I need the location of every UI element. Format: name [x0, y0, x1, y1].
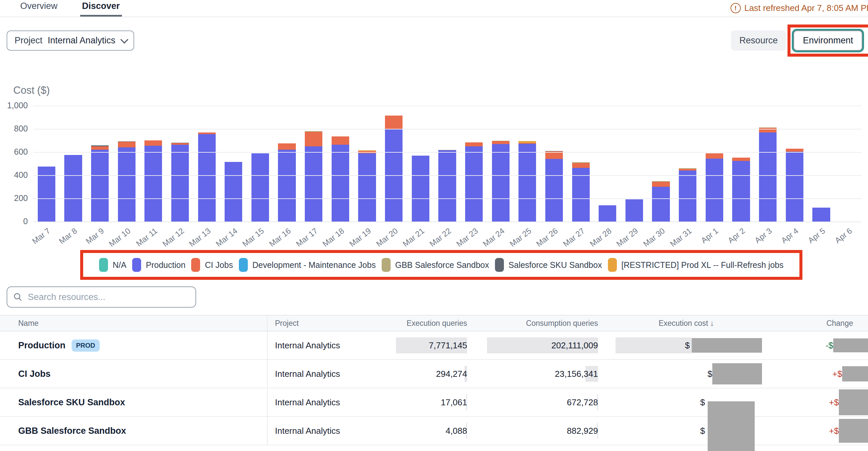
- bar-column-mar-11[interactable]: [140, 106, 167, 222]
- bar-column-mar-22[interactable]: [434, 106, 461, 222]
- legend-item[interactable]: Production: [132, 258, 186, 272]
- bar-segment[interactable]: [118, 147, 135, 222]
- bar-segment[interactable]: [732, 161, 750, 223]
- bar-segment[interactable]: [91, 150, 108, 222]
- bar-column-apr-2[interactable]: [728, 106, 755, 222]
- bar-segment[interactable]: [332, 136, 349, 145]
- column-header-change[interactable]: Change: [772, 319, 868, 328]
- bar-column-mar-14[interactable]: [220, 106, 247, 222]
- tab-discover[interactable]: Discover: [80, 0, 122, 17]
- bar-segment[interactable]: [625, 199, 643, 222]
- bar-segment[interactable]: [358, 153, 376, 222]
- legend-item[interactable]: Development - Maintenance Jobs: [239, 258, 376, 272]
- legend-item[interactable]: [RESTRICTED] Prod XL -- Full-Refresh job…: [608, 258, 783, 272]
- bar-segment[interactable]: [171, 145, 189, 223]
- bar-column-mar-23[interactable]: [461, 106, 487, 222]
- bar-segment[interactable]: [305, 147, 322, 222]
- y-tick-label: 0: [7, 217, 28, 226]
- bar-column-mar-31[interactable]: [674, 106, 701, 222]
- bar-column-apr-5[interactable]: [808, 106, 835, 222]
- tab-overview[interactable]: Overview: [18, 0, 60, 17]
- bar-column-mar-19[interactable]: [354, 106, 381, 222]
- bar-segment[interactable]: [118, 142, 135, 147]
- bar-segment[interactable]: [492, 141, 509, 144]
- column-header-consumption-queries[interactable]: Consumption queries: [470, 319, 601, 328]
- bar-column-mar-7[interactable]: [33, 106, 60, 222]
- column-header-project[interactable]: Project: [268, 319, 351, 328]
- bar-column-mar-9[interactable]: [87, 106, 113, 222]
- bar-column-mar-8[interactable]: [60, 106, 87, 222]
- bar-column-apr-6[interactable]: [835, 106, 861, 222]
- bar-segment[interactable]: [145, 146, 162, 222]
- bar-segment[interactable]: [599, 205, 616, 222]
- bar-segment[interactable]: [225, 162, 242, 222]
- bar-segment[interactable]: [465, 147, 483, 222]
- bar-segment[interactable]: [278, 150, 296, 222]
- bar-column-mar-28[interactable]: [594, 106, 621, 222]
- group-by-environment-button[interactable]: Environment: [794, 30, 862, 51]
- bar-segment[interactable]: [706, 153, 723, 159]
- table-row[interactable]: ProductionPRODInternal Analytics7,771,14…: [0, 331, 868, 360]
- bar-segment[interactable]: [465, 142, 483, 147]
- bar-column-mar-24[interactable]: [487, 106, 514, 222]
- bar-segment[interactable]: [706, 159, 723, 223]
- bar-segment[interactable]: [332, 145, 349, 223]
- bar-column-apr-1[interactable]: [701, 106, 728, 222]
- bar-segment[interactable]: [251, 153, 269, 222]
- project-filter-dropdown[interactable]: Project Internal Analytics: [7, 30, 134, 51]
- bar-segment[interactable]: [385, 116, 403, 129]
- bar-segment[interactable]: [572, 163, 590, 168]
- bar-segment[interactable]: [732, 158, 750, 161]
- bar-column-mar-10[interactable]: [113, 106, 140, 222]
- column-header-execution-cost[interactable]: Execution cost↓: [601, 319, 772, 328]
- bar-column-mar-16[interactable]: [274, 106, 301, 222]
- bar-column-mar-15[interactable]: [247, 106, 274, 222]
- bar-segment[interactable]: [492, 144, 509, 222]
- bar-segment[interactable]: [786, 152, 803, 223]
- bar-column-mar-29[interactable]: [621, 106, 648, 222]
- bar-column-mar-26[interactable]: [541, 106, 567, 222]
- bar-column-mar-25[interactable]: [514, 106, 541, 222]
- x-label-slot: Apr 4: [781, 222, 808, 254]
- column-header-name[interactable]: Name: [0, 316, 268, 331]
- redacted-cost-value: [692, 338, 762, 353]
- bar-segment[interactable]: [759, 132, 777, 222]
- bar-segment[interactable]: [385, 129, 403, 222]
- bar-column-apr-3[interactable]: [754, 106, 781, 222]
- bar-segment[interactable]: [198, 134, 216, 222]
- bar-column-mar-17[interactable]: [300, 106, 327, 222]
- table-row[interactable]: Salesforce SKU SandboxInternal Analytics…: [0, 388, 868, 417]
- table-row[interactable]: CI JobsInternal Analytics294,27423,156,3…: [0, 360, 868, 388]
- bar-segment[interactable]: [305, 132, 322, 147]
- bar-segment[interactable]: [652, 187, 670, 222]
- legend-item[interactable]: N/A: [99, 258, 127, 272]
- bar-segment[interactable]: [438, 150, 456, 222]
- bar-segment[interactable]: [572, 168, 590, 223]
- bar-segment[interactable]: [812, 207, 830, 222]
- column-header-execution-queries[interactable]: Execution queries: [351, 319, 470, 328]
- bar-segment[interactable]: [64, 155, 82, 222]
- bar-column-mar-13[interactable]: [193, 106, 220, 222]
- bar-column-mar-12[interactable]: [167, 106, 193, 222]
- legend-item[interactable]: GBB Salesforce Sandbox: [382, 258, 489, 272]
- bar-column-mar-20[interactable]: [380, 106, 407, 222]
- bar-segment[interactable]: [278, 143, 296, 150]
- bar-stack: [305, 131, 322, 222]
- bar-segment[interactable]: [145, 140, 162, 146]
- search-input[interactable]: [27, 292, 189, 303]
- bar-segment[interactable]: [519, 144, 536, 222]
- legend-item[interactable]: Salesforce SKU Sandbox: [495, 258, 602, 272]
- bar-column-mar-18[interactable]: [327, 106, 354, 222]
- bar-segment[interactable]: [545, 159, 563, 222]
- bar-column-mar-30[interactable]: [648, 106, 675, 222]
- bar-segment[interactable]: [412, 156, 429, 222]
- bar-column-mar-27[interactable]: [567, 106, 594, 222]
- bar-segment[interactable]: [91, 147, 108, 150]
- bar-segment[interactable]: [679, 170, 696, 222]
- bar-segment[interactable]: [786, 149, 803, 152]
- bar-segment[interactable]: [652, 182, 670, 187]
- group-by-resource-button[interactable]: Resource: [731, 30, 786, 51]
- bar-column-apr-4[interactable]: [781, 106, 808, 222]
- bar-column-mar-21[interactable]: [407, 106, 434, 222]
- legend-item[interactable]: CI Jobs: [191, 258, 233, 272]
